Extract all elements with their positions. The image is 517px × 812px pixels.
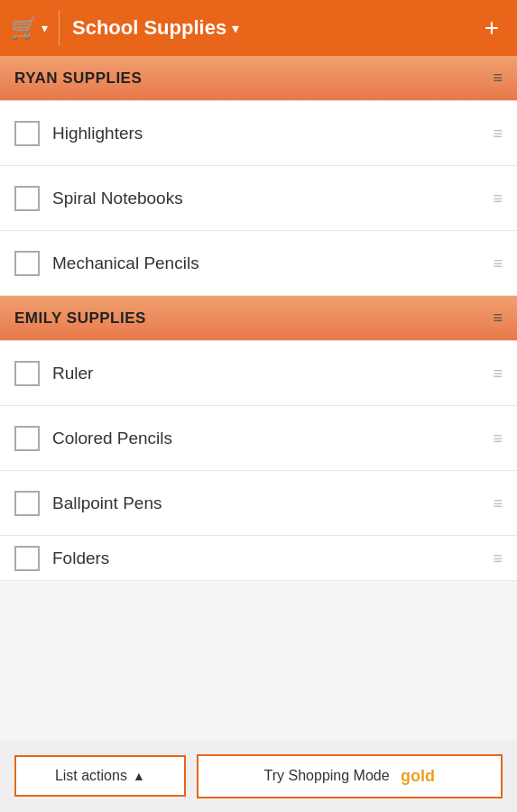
add-button[interactable]: + [477, 10, 506, 46]
header-title-area: School Supplies ▾ [60, 16, 477, 40]
highlighters-label: Highlighters [52, 124, 480, 143]
list-item: Folders ≡ [0, 536, 517, 581]
shopping-mode-button[interactable]: Try Shopping Mode gold [197, 754, 503, 798]
mechanical-pencils-label: Mechanical Pencils [52, 254, 480, 273]
app-header: 🛒 ▾ School Supplies ▾ + [0, 0, 517, 56]
spiral-notebooks-drag-handle[interactable]: ≡ [493, 190, 503, 207]
ryan-supplies-section-header: RYAN SUPPLIES ≡ [0, 56, 517, 101]
ballpoint-pens-checkbox[interactable] [14, 491, 40, 516]
highlighters-drag-handle[interactable]: ≡ [493, 125, 503, 142]
spiral-notebooks-checkbox[interactable] [14, 186, 40, 211]
folders-checkbox[interactable] [14, 546, 40, 571]
page-title: School Supplies [72, 16, 226, 40]
list-item: Mechanical Pencils ≡ [0, 231, 517, 296]
ruler-label: Ruler [52, 364, 480, 383]
list-actions-arrow: ▲ [133, 769, 145, 783]
shopping-mode-label: Try Shopping Mode [264, 768, 390, 784]
colored-pencils-label: Colored Pencils [52, 429, 480, 448]
colored-pencils-drag-handle[interactable]: ≡ [493, 430, 503, 447]
bottom-bar: List actions ▲ Try Shopping Mode gold [0, 740, 517, 812]
emily-supplies-section-header: EMILY SUPPLIES ≡ [0, 296, 517, 341]
emily-section-menu-icon[interactable]: ≡ [493, 309, 503, 328]
ruler-drag-handle[interactable]: ≡ [493, 365, 503, 382]
mechanical-pencils-drag-handle[interactable]: ≡ [493, 255, 503, 272]
cart-icon[interactable]: 🛒 [11, 15, 38, 41]
list-item: Ballpoint Pens ≡ [0, 471, 517, 536]
spiral-notebooks-label: Spiral Notebooks [52, 189, 480, 208]
list-item: Ruler ≡ [0, 341, 517, 406]
ballpoint-pens-label: Ballpoint Pens [52, 494, 480, 513]
emily-supplies-title: EMILY SUPPLIES [14, 309, 146, 328]
header-left: 🛒 ▾ [11, 10, 60, 46]
ruler-checkbox[interactable] [14, 361, 40, 386]
list-item: Colored Pencils ≡ [0, 406, 517, 471]
folders-drag-handle[interactable]: ≡ [493, 550, 503, 567]
title-dropdown-arrow[interactable]: ▾ [232, 20, 239, 37]
ballpoint-pens-drag-handle[interactable]: ≡ [493, 495, 503, 512]
colored-pencils-checkbox[interactable] [14, 426, 40, 451]
shopping-mode-gold-label: gold [401, 767, 435, 786]
ryan-section-menu-icon[interactable]: ≡ [493, 69, 503, 88]
list-actions-label: List actions [55, 768, 127, 784]
list-actions-button[interactable]: List actions ▲ [14, 755, 186, 797]
highlighters-checkbox[interactable] [14, 121, 40, 146]
cart-dropdown-arrow[interactable]: ▾ [42, 21, 48, 35]
folders-label: Folders [52, 549, 480, 568]
mechanical-pencils-checkbox[interactable] [14, 251, 40, 276]
list-item: Highlighters ≡ [0, 101, 517, 166]
list-item: Spiral Notebooks ≡ [0, 166, 517, 231]
ryan-supplies-title: RYAN SUPPLIES [14, 69, 142, 88]
